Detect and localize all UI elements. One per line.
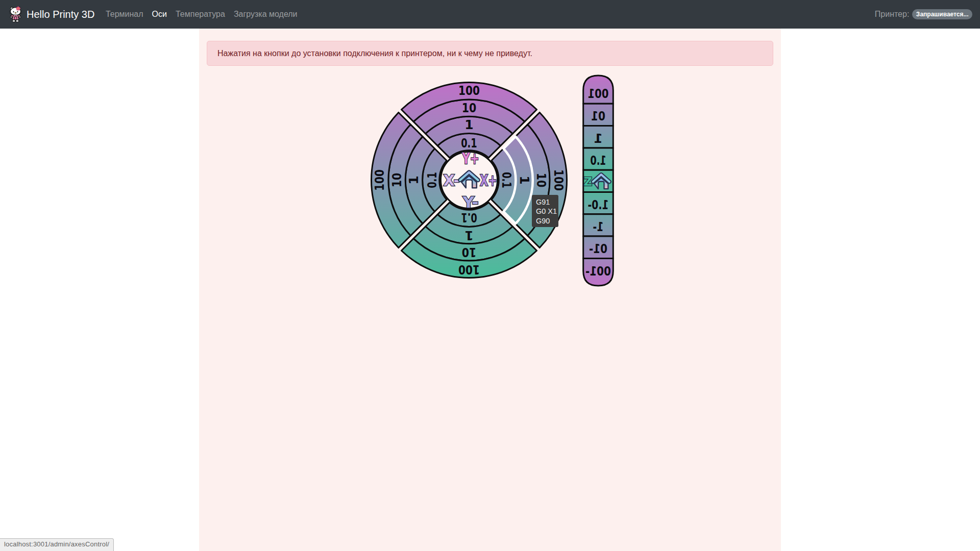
jog-step-label: 100 xyxy=(372,169,387,191)
jog-step-label: 10 xyxy=(461,245,476,260)
gcode-tooltip: G91 G0 X1 G90 xyxy=(532,195,558,227)
jog-step-label: 1 xyxy=(464,228,473,242)
brand-title: Hello Printy 3D xyxy=(27,9,94,19)
jog-step-label: 0.1 xyxy=(461,210,477,224)
jog-step-label: 1 xyxy=(406,176,421,184)
jog-step-label: 0.1 xyxy=(461,135,477,150)
jog-step-label: 100 xyxy=(551,169,566,191)
jog-step-label: 1 xyxy=(464,117,473,132)
z-axis-letter: Z xyxy=(584,175,593,188)
printer-status-badge: Запрашивается... xyxy=(912,9,972,19)
jog-step-label: 0.1 xyxy=(424,172,439,188)
status-url: localhost:3001/admin/axesControl/ xyxy=(4,540,109,548)
printer-label: Принтер: xyxy=(875,10,910,19)
axis-label-x-plus: X+ xyxy=(480,171,497,189)
tooltip-line: G0 X1 xyxy=(536,207,557,216)
z-step-label: 1.0- xyxy=(588,197,609,212)
axis-label-x-minus: X- xyxy=(443,171,459,189)
z-step-label: 1- xyxy=(593,219,604,234)
nav-menu: Терминал Оси Температура Загрузка модели xyxy=(101,6,302,23)
nav-terminal[interactable]: Терминал xyxy=(101,6,148,23)
jog-step-label: 100 xyxy=(458,83,480,98)
hello-kitty-logo xyxy=(9,6,22,22)
connection-warning-alert: Нажатия на кнопки до установки подключен… xyxy=(207,41,773,66)
axis-label-y-plus: Y+ xyxy=(461,149,479,167)
tooltip-line: G91 xyxy=(536,197,557,207)
axes-control-page: Нажатия на кнопки до установки подключен… xyxy=(199,29,781,551)
jog-step-label: 0.1 xyxy=(499,172,513,188)
nav-model-upload[interactable]: Загрузка модели xyxy=(229,6,302,23)
axis-label-y-minus: Y- xyxy=(462,193,478,211)
jog-step-label: 10 xyxy=(534,172,549,187)
jog-step-label: 100 xyxy=(458,262,480,277)
nav-temperature[interactable]: Температура xyxy=(171,6,229,23)
alert-text: Нажатия на кнопки до установки подключен… xyxy=(217,49,532,58)
z-step-label: 01 xyxy=(591,109,605,123)
nav-axes[interactable]: Оси xyxy=(148,6,171,23)
z-step-label: 01- xyxy=(589,241,607,256)
jog-step-label: 10 xyxy=(461,101,476,115)
xy-jog-wheel: 0.1 1 10 100 0.1 1 10 100 0.1 1 10 100 0… xyxy=(367,78,571,282)
z-step-label: 1 xyxy=(594,131,602,145)
jog-step-label: 1 xyxy=(517,176,531,184)
z-step-label: 001- xyxy=(585,263,611,278)
z-step-label: 1.0 xyxy=(590,153,606,167)
browser-status-bar: localhost:3001/admin/axesControl/ xyxy=(0,538,114,551)
z-home: Z xyxy=(584,174,610,189)
jog-step-label: 10 xyxy=(389,172,404,187)
brand[interactable]: Hello Printy 3D xyxy=(9,6,94,22)
navbar: Hello Printy 3D Терминал Оси Температура… xyxy=(0,0,980,29)
z-step-label: 001 xyxy=(588,86,609,101)
tooltip-line: G90 xyxy=(536,216,557,226)
z-jog-bar: 001 01 1 1.0 1.0- 1- 01- 001- Z xyxy=(580,72,617,289)
